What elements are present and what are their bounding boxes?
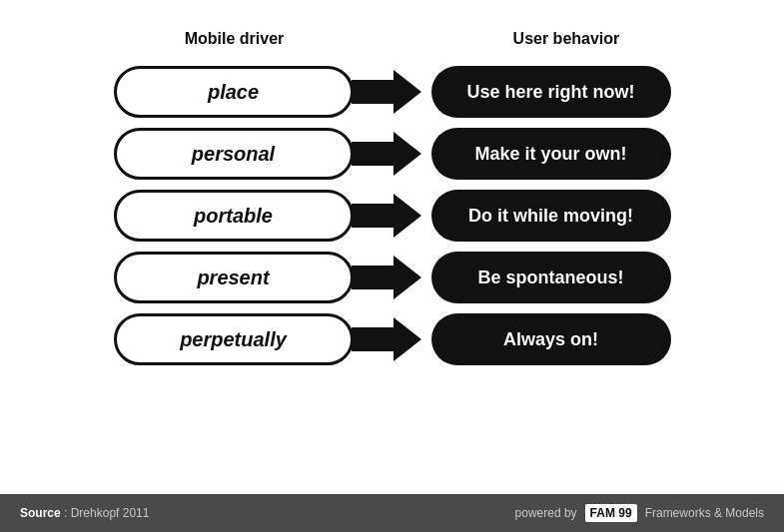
pill-arrow-group: place — [114, 66, 421, 118]
pill-arrow-group: personal — [114, 128, 421, 180]
pill-arrow-group: present — [114, 252, 421, 303]
arrow-shape — [352, 128, 421, 180]
svg-marker-0 — [352, 70, 421, 114]
driver-pill: place — [114, 66, 354, 118]
source-label: Source — [20, 506, 61, 520]
behavior-pill: Always on! — [431, 313, 671, 365]
driver-label: present — [197, 266, 269, 289]
diagram-row: portable Do it while moving! — [40, 190, 744, 242]
rows-container: place Use here right now! personal — [40, 66, 744, 365]
behavior-pill: Make it your own! — [431, 128, 671, 180]
arrow-shape — [352, 252, 421, 303]
svg-marker-3 — [352, 256, 421, 299]
behavior-pill: Use here right now! — [431, 66, 671, 118]
behavior-label: Always on! — [503, 329, 598, 350]
behavior-label: Use here right now! — [466, 82, 634, 103]
driver-pill: perpetually — [114, 313, 354, 365]
arrow-shape — [352, 313, 421, 365]
column-headers: Mobile driver User behavior — [40, 30, 744, 48]
fam99-badge: FAM 99 — [585, 504, 637, 522]
behavior-label: Make it your own! — [474, 144, 626, 165]
diagram-row: perpetually Always on! — [40, 313, 744, 365]
source-value: : — [64, 506, 71, 520]
source-text: Drehkopf 2011 — [71, 506, 150, 520]
driver-label: perpetually — [180, 328, 287, 351]
arrow-shape — [352, 190, 421, 242]
pill-arrow-group: perpetually — [114, 313, 421, 365]
svg-marker-4 — [352, 317, 421, 361]
driver-label: portable — [194, 205, 273, 228]
main-content: Mobile driver User behavior place Use he… — [0, 0, 784, 494]
powered-by-text: powered by — [515, 506, 577, 520]
footer-source: Source : Drehkopf 2011 — [20, 506, 149, 520]
svg-marker-1 — [352, 132, 421, 176]
driver-pill: present — [114, 252, 354, 303]
pill-arrow-group: portable — [114, 190, 421, 242]
svg-marker-2 — [352, 194, 421, 238]
behavior-label: Be spontaneous! — [477, 267, 623, 288]
diagram-row: present Be spontaneous! — [40, 252, 744, 303]
driver-pill: portable — [114, 190, 354, 242]
behavior-pill: Do it while moving! — [431, 190, 671, 242]
mobile-driver-header: Mobile driver — [185, 30, 285, 48]
driver-label: place — [208, 81, 259, 104]
driver-label: personal — [192, 143, 275, 166]
footer-right: powered by FAM 99 Frameworks & Models — [515, 504, 764, 522]
footer: Source : Drehkopf 2011 powered by FAM 99… — [0, 494, 784, 532]
driver-pill: personal — [114, 128, 354, 180]
arrow-shape — [352, 66, 421, 118]
user-behavior-header: User behavior — [513, 30, 620, 48]
diagram-row: place Use here right now! — [40, 66, 744, 118]
tagline-text: Frameworks & Models — [645, 506, 764, 520]
diagram-row: personal Make it your own! — [40, 128, 744, 180]
behavior-label: Do it while moving! — [468, 206, 633, 227]
behavior-pill: Be spontaneous! — [431, 252, 671, 303]
